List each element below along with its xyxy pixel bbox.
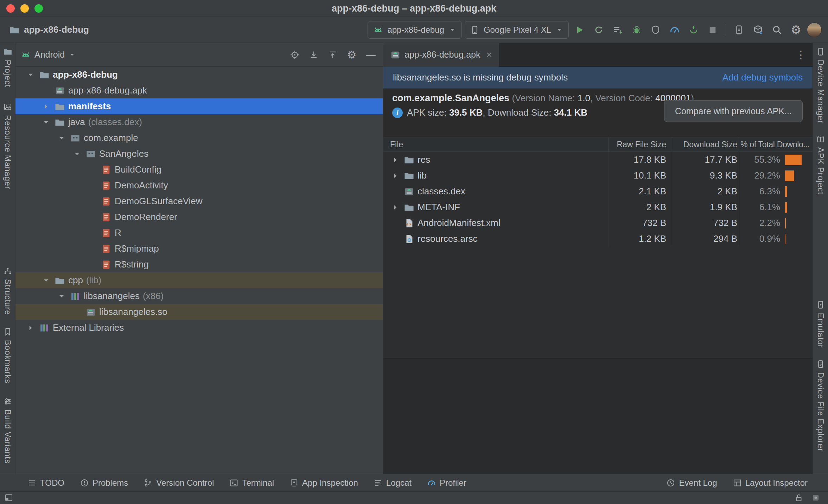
close-tab-icon[interactable]: × [484, 49, 492, 60]
table-row-meta-inf[interactable]: META-INF2 KB1.9 KB6.1% [383, 199, 813, 215]
tree-item-r[interactable]: R [15, 225, 383, 241]
tab-app-x86-debug-apk[interactable]: app-x86-debug.apk × [383, 43, 499, 67]
row-chevron-right[interactable] [390, 171, 401, 180]
file-cell: META-INF [383, 202, 609, 213]
tool-button-layout-inspector[interactable]: Layout Inspector [725, 474, 815, 492]
tree-item-libsanangeles[interactable]: libsanangeles(x86) [15, 288, 383, 304]
column-download-size[interactable]: Download Size [672, 137, 739, 151]
project-tree: app-x86-debugapp-x86-debug.apkmanifestsj… [15, 67, 383, 474]
info-icon: i [392, 108, 403, 118]
table-row-lib[interactable]: lib10.1 KB9.3 KB29.2% [383, 168, 813, 183]
search-button[interactable] [769, 22, 785, 38]
download-size: 2 KB [672, 183, 739, 199]
stop-icon [707, 25, 718, 35]
tree-chevron-down[interactable] [56, 292, 67, 301]
table-row-androidmanifest-xml[interactable]: AndroidManifest.xml732 B732 B2.2% [383, 215, 813, 231]
layout-inspector-icon [733, 478, 742, 487]
locate-file-icon [290, 50, 300, 60]
tree-chevron-down[interactable] [41, 118, 51, 127]
stripe-item-project[interactable]: Project [3, 47, 12, 88]
titlebar: app-x86-debug – app-x86-debug.apk [0, 0, 828, 17]
table-row-resources-arsc[interactable]: resources.arsc1.2 KB294 B0.9% [383, 231, 813, 247]
tree-item-com-example[interactable]: com.example [15, 130, 383, 146]
device-select[interactable]: Google Pixel 4 XL [465, 21, 569, 39]
expand-all-button[interactable] [307, 48, 321, 62]
column-file[interactable]: File [383, 137, 609, 151]
readonly-toggle[interactable] [794, 493, 803, 502]
apply-changes-button[interactable] [610, 22, 626, 38]
project-breadcrumb[interactable]: app-x86-debug [0, 24, 89, 35]
tree-chevron-down[interactable] [41, 276, 51, 285]
tool-windows-button[interactable] [4, 493, 13, 502]
tree-chevron-down[interactable] [56, 134, 67, 143]
tree-item-cpp[interactable]: cpp(lib) [15, 272, 383, 288]
tool-button-app-inspection[interactable]: App Inspection [282, 474, 366, 492]
tree-item-r-string[interactable]: R$string [15, 257, 383, 272]
editor-options-icon[interactable]: ⋮ [796, 49, 806, 61]
tree-item-sanangeles[interactable]: SanAngeles [15, 146, 383, 162]
column-percent-total[interactable]: % of Total Downlo... [739, 137, 813, 151]
tree-item-external-libraries[interactable]: External Libraries [15, 320, 383, 336]
hide-panel-button[interactable]: — [364, 48, 378, 62]
tree-item-app-x86-debug-apk[interactable]: app-x86-debug.apk [15, 83, 383, 98]
collapse-all-button[interactable] [326, 48, 340, 62]
tree-item-app-x86-debug[interactable]: app-x86-debug [15, 67, 383, 83]
folder-icon [404, 155, 414, 165]
tree-item-secondary: (classes.dex) [88, 117, 142, 128]
tree-item-demoglsurfaceview[interactable]: DemoGLSurfaceView [15, 193, 383, 209]
table-row-classes-dex[interactable]: classes.dex2.1 KB2 KB6.3% [383, 183, 813, 199]
stripe-item-device-file-explorer[interactable]: Device File Explorer [816, 360, 825, 452]
locate-file-button[interactable] [288, 48, 302, 62]
sync-button[interactable] [686, 22, 702, 38]
stripe-item-resource-manager[interactable]: Resource Manager [3, 102, 12, 189]
compare-apk-button[interactable]: Compare with previous APK... [664, 100, 803, 122]
row-chevron-right[interactable] [390, 155, 401, 164]
tree-item-java[interactable]: java(classes.dex) [15, 114, 383, 130]
run-button[interactable] [572, 22, 588, 38]
rerun-button[interactable] [591, 22, 607, 38]
tree-item-demorenderer[interactable]: DemoRenderer [15, 209, 383, 225]
editor-area: app-x86-debug.apk × ⋮ libsanangeles.so i… [383, 43, 813, 474]
project-view-selector[interactable]: Android [20, 50, 76, 60]
tree-item-libsanangeles-so[interactable]: libsanangeles.so [15, 304, 383, 320]
stripe-item-build-variants[interactable]: Build Variants [3, 397, 12, 464]
tool-button-terminal[interactable]: Terminal [222, 474, 282, 492]
add-debug-symbols-link[interactable]: Add debug symbols [722, 72, 803, 83]
debug-button[interactable] [629, 22, 645, 38]
settings-button[interactable]: ⚙ [788, 22, 804, 38]
user-avatar[interactable] [807, 22, 822, 37]
running-devices-button[interactable] [731, 22, 747, 38]
tool-button-problems[interactable]: Problems [72, 474, 136, 492]
profiler-button[interactable] [667, 22, 683, 38]
tool-button-todo[interactable]: TODO [20, 474, 72, 492]
panel-settings-button[interactable]: ⚙ [345, 48, 359, 62]
table-row-res[interactable]: res17.8 KB17.7 KB55.3% [383, 152, 813, 168]
notifications-button[interactable] [811, 493, 820, 502]
stop-button[interactable] [705, 22, 721, 38]
tool-button-event-log[interactable]: Event Log [658, 474, 725, 492]
device-manager-button[interactable] [750, 22, 766, 38]
column-raw-file-size[interactable]: Raw File Size [609, 137, 672, 151]
tree-item-demoactivity[interactable]: DemoActivity [15, 177, 383, 193]
tree-item-manifests[interactable]: manifests [15, 98, 383, 114]
tree-item-r-mipmap[interactable]: R$mipmap [15, 241, 383, 257]
tree-item-buildconfig[interactable]: BuildConfig [15, 162, 383, 177]
coverage-button[interactable] [648, 22, 664, 38]
stripe-item-device-manager[interactable]: Device Manager [816, 47, 825, 123]
run-configuration-select[interactable]: app-x86-debug [368, 21, 461, 39]
tree-chevron-down[interactable] [25, 70, 36, 79]
stripe-item-emulator[interactable]: Emulator [816, 300, 825, 348]
tree-chevron-down[interactable] [72, 149, 82, 159]
tool-button-logcat[interactable]: Logcat [366, 474, 419, 492]
running-devices-icon [734, 25, 744, 35]
tool-button-version-control[interactable]: Version Control [136, 474, 222, 492]
tree-chevron-right[interactable] [25, 323, 36, 332]
row-chevron-right[interactable] [390, 203, 401, 212]
stripe-item-bookmarks[interactable]: Bookmarks [3, 327, 12, 383]
tree-chevron-right[interactable] [41, 102, 51, 111]
stripe-item-structure[interactable]: Structure [3, 266, 12, 315]
stripe-item-apk-project[interactable]: APK Project [816, 135, 825, 195]
apk-icon [85, 307, 96, 317]
tree-item-label: DemoActivity [115, 180, 168, 191]
tool-button-profiler[interactable]: Profiler [419, 474, 474, 492]
